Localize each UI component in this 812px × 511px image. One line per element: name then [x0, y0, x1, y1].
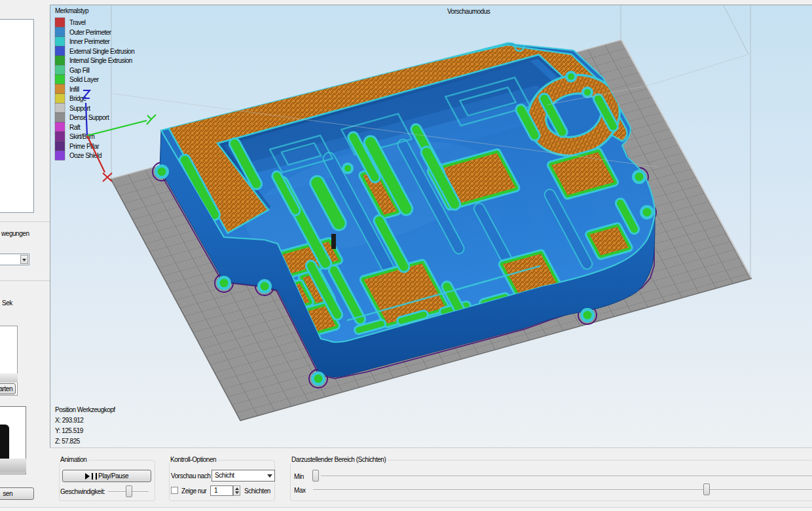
svg-text:Z: 57.825: Z: 57.825	[55, 438, 81, 445]
svg-text:Merkmalstyp: Merkmalstyp	[55, 7, 89, 14]
svg-text:Outer Perimeter: Outer Perimeter	[69, 29, 112, 36]
svg-text:Infill: Infill	[69, 86, 79, 93]
svg-text:Gap Fill: Gap Fill	[69, 67, 90, 74]
svg-text:Internal Single Extrusion: Internal Single Extrusion	[69, 57, 132, 64]
svg-text:Prime Pillar: Prime Pillar	[69, 143, 100, 150]
svg-text:Travel: Travel	[69, 19, 86, 26]
svg-text:Dense Support: Dense Support	[69, 114, 109, 121]
svg-text:Vorschaumodus: Vorschaumodus	[447, 8, 490, 15]
svg-text:Y: 125.519: Y: 125.519	[55, 427, 84, 434]
svg-text:Position Werkzeugkopf: Position Werkzeugkopf	[55, 406, 115, 413]
svg-text:Raft: Raft	[69, 124, 81, 131]
svg-text:Inner Perimeter: Inner Perimeter	[69, 38, 111, 45]
svg-text:Solid Layer: Solid Layer	[69, 76, 100, 83]
svg-text:Support: Support	[69, 105, 90, 112]
svg-text:External Single Extrusion: External Single Extrusion	[69, 48, 134, 55]
svg-text:X: 293.912: X: 293.912	[55, 417, 84, 424]
